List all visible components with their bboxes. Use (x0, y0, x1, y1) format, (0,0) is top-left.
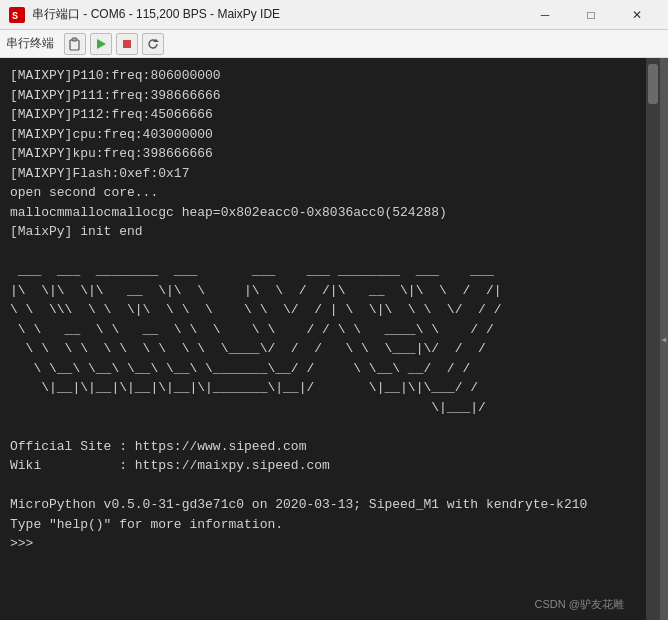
minimize-button[interactable]: ─ (522, 0, 568, 30)
toolbar-label: 串行终端 (6, 35, 54, 52)
resize-handle[interactable] (660, 58, 668, 620)
toolbar-clipboard-button[interactable] (64, 33, 86, 55)
terminal-output: [MAIXPY]P110:freq:806000000 [MAIXPY]P111… (10, 66, 636, 554)
window-controls: ─ □ ✕ (522, 0, 660, 30)
toolbar-stop-button[interactable] (116, 33, 138, 55)
scrollbar-track[interactable] (646, 58, 660, 620)
terminal[interactable]: [MAIXPY]P110:freq:806000000 [MAIXPY]P111… (0, 58, 646, 620)
svg-rect-3 (72, 38, 77, 41)
toolbar-refresh-button[interactable] (142, 33, 164, 55)
main-area: [MAIXPY]P110:freq:806000000 [MAIXPY]P111… (0, 58, 668, 620)
title-text: 串行端口 - COM6 - 115,200 BPS - MaixPy IDE (32, 6, 522, 23)
app-icon: S (8, 6, 26, 24)
scrollbar-thumb[interactable] (648, 64, 658, 104)
close-button[interactable]: ✕ (614, 0, 660, 30)
svg-rect-5 (123, 40, 131, 48)
svg-marker-4 (97, 39, 106, 49)
maximize-button[interactable]: □ (568, 0, 614, 30)
watermark: CSDN @驴友花雕 (535, 597, 624, 612)
title-bar: S 串行端口 - COM6 - 115,200 BPS - MaixPy IDE… (0, 0, 668, 30)
svg-text:S: S (12, 11, 18, 22)
toolbar-run-button[interactable] (90, 33, 112, 55)
toolbar: 串行终端 (0, 30, 668, 58)
